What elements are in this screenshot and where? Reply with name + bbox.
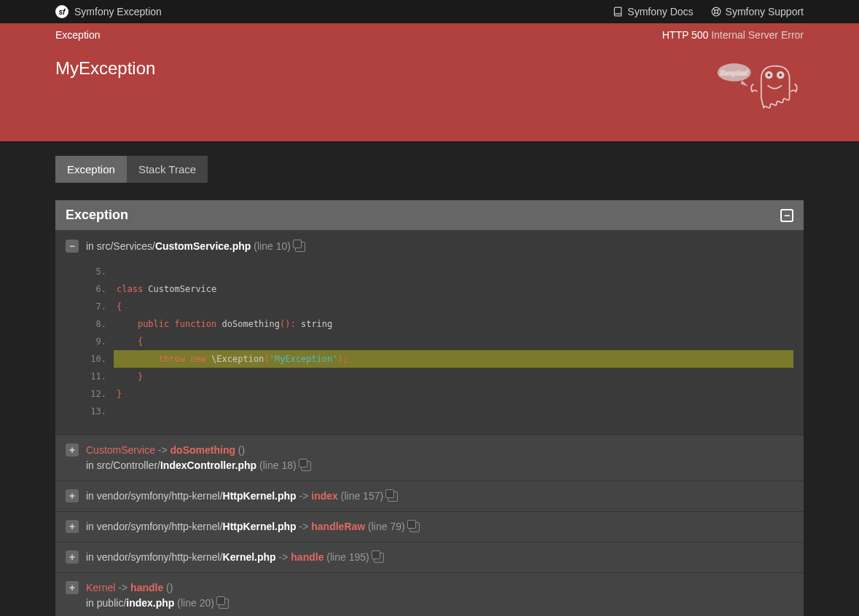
minus-icon[interactable]: − [66, 240, 79, 253]
line-code: throw new \Exception('MyException'); [114, 350, 793, 368]
copy-icon[interactable] [301, 461, 311, 471]
line-number: 9. [87, 333, 114, 350]
top-bar: sf Symfony Exception Symfony Docs Symfon… [0, 0, 859, 23]
plus-icon[interactable]: + [66, 581, 79, 594]
http-code: HTTP 500 [662, 29, 709, 41]
line-number: 5. [87, 263, 114, 280]
brand-area: sf Symfony Exception [55, 5, 162, 18]
line-code: } [114, 368, 793, 385]
line-number: 8. [87, 315, 114, 333]
svg-text:Exception!: Exception! [720, 69, 748, 76]
stack-frame: +in vendor/symfony/http-kernel/HttpKerne… [55, 481, 804, 512]
svg-point-1 [714, 10, 718, 14]
line-number: 12. [87, 385, 114, 403]
tab-exception[interactable]: Exception [55, 156, 127, 183]
svg-line-2 [713, 9, 715, 11]
collapse-icon[interactable]: − [780, 209, 793, 222]
exception-section: Exception − −in src/Services/CustomServi… [55, 200, 804, 616]
copy-icon[interactable] [409, 522, 420, 532]
code-block: 5.6.class CustomService7.{8. public func… [87, 263, 793, 420]
support-link-label: Symfony Support [726, 6, 804, 17]
line-number: 13. [87, 403, 114, 420]
line-code [114, 263, 793, 280]
line-code: class CustomService [114, 280, 793, 298]
svg-line-5 [713, 13, 715, 15]
stack-frame: +in vendor/symfony/http-kernel/Kernel.ph… [55, 542, 804, 573]
svg-line-4 [717, 9, 719, 11]
plus-icon[interactable]: + [66, 550, 79, 564]
copy-icon[interactable] [388, 491, 398, 502]
frame-text: in src/Services/CustomService.php (line … [86, 239, 305, 254]
frame-text: in vendor/symfony/http-kernel/HttpKernel… [86, 519, 420, 534]
svg-line-3 [717, 13, 719, 15]
line-code [114, 403, 793, 420]
svg-point-9 [768, 74, 771, 76]
section-header[interactable]: Exception − [55, 200, 804, 230]
life-ring-icon [711, 7, 721, 17]
section-title: Exception [66, 208, 128, 223]
frame-text: in vendor/symfony/http-kernel/Kernel.php… [86, 550, 384, 565]
method-ref[interactable]: index [311, 490, 338, 502]
tab-stack-trace[interactable]: Stack Trace [127, 156, 208, 183]
line-number: 11. [87, 368, 114, 385]
symfony-logo-icon: sf [55, 5, 68, 18]
code-line: 6.class CustomService [87, 280, 793, 298]
brand-title: Symfony Exception [74, 6, 162, 17]
line-number: 10. [87, 350, 114, 368]
frame-text: Kernel -> handle ()in public/index.php (… [86, 580, 229, 611]
line-code: public function doSomething(): string [114, 315, 793, 333]
line-code: { [114, 298, 793, 315]
copy-icon[interactable] [219, 599, 229, 609]
book-icon [613, 7, 623, 17]
method-ref[interactable]: handle [130, 582, 163, 593]
class-ref[interactable]: Kernel [86, 582, 115, 593]
class-ref[interactable]: CustomService [86, 444, 155, 456]
line-code: } [114, 385, 793, 403]
code-line: 10. throw new \Exception('MyException'); [87, 350, 793, 368]
error-title: MyException [55, 58, 155, 79]
ghost-mascot-icon: Exception! [716, 58, 804, 115]
docs-link-label: Symfony Docs [627, 6, 693, 17]
copy-icon[interactable] [295, 242, 305, 252]
error-header: MyException Exception! [0, 47, 859, 141]
status-right: HTTP 500 Internal Server Error [662, 29, 804, 41]
code-line: 8. public function doSomething(): string [87, 315, 793, 333]
code-line: 7.{ [87, 298, 793, 315]
stack-frame: +Kernel -> handle ()in public/index.php … [55, 573, 804, 616]
copy-icon[interactable] [374, 553, 384, 563]
line-number: 6. [87, 280, 114, 298]
stack-frame: +in vendor/symfony/http-kernel/HttpKerne… [55, 512, 804, 542]
code-line: 12.} [87, 385, 793, 403]
plus-icon[interactable]: + [66, 443, 79, 457]
code-line: 13. [87, 403, 793, 420]
docs-link[interactable]: Symfony Docs [613, 6, 693, 17]
plus-icon[interactable]: + [66, 520, 79, 533]
stack-frame: −in src/Services/CustomService.php (line… [55, 230, 804, 435]
line-number: 7. [87, 298, 114, 315]
method-ref[interactable]: handle [291, 551, 323, 563]
line-code: { [114, 333, 793, 350]
svg-point-11 [779, 74, 782, 76]
support-link[interactable]: Symfony Support [711, 6, 804, 17]
http-text: Internal Server Error [711, 29, 804, 41]
code-line: 9. { [87, 333, 793, 350]
frame-text: in vendor/symfony/http-kernel/HttpKernel… [86, 489, 398, 504]
code-line: 5. [87, 263, 793, 280]
tabs: ExceptionStack Trace [55, 156, 804, 183]
status-left: Exception [55, 29, 100, 41]
method-ref[interactable]: handleRaw [311, 521, 365, 532]
method-ref[interactable]: doSomething [170, 444, 235, 456]
stack-frame: +CustomService -> doSomething ()in src/C… [55, 435, 804, 481]
status-bar: Exception HTTP 500 Internal Server Error [0, 23, 859, 47]
code-line: 11. } [87, 368, 793, 385]
frame-text: CustomService -> doSomething ()in src/Co… [86, 443, 311, 473]
plus-icon[interactable]: + [66, 489, 79, 502]
